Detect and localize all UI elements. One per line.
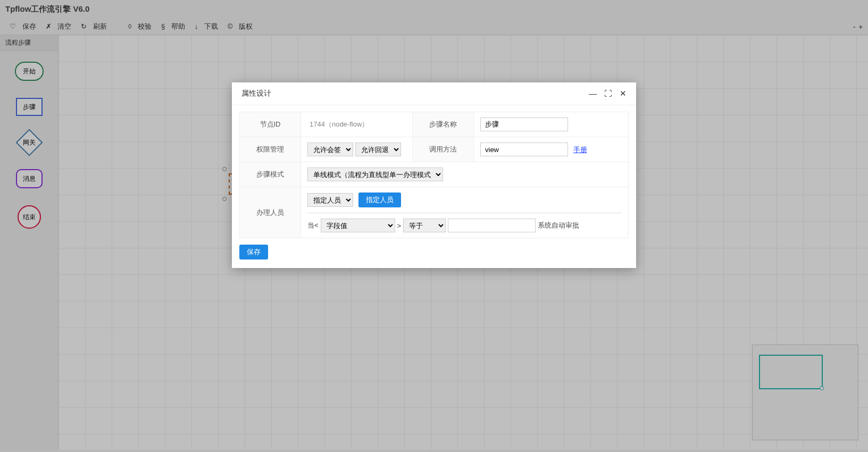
cond-suffix: 系统自动审批 — [538, 221, 579, 230]
step-name-label: 步骤名称 — [413, 112, 474, 137]
step-name-input[interactable] — [480, 118, 568, 131]
node-id-value: 1744（node-flow） — [307, 120, 369, 128]
close-icon[interactable]: ✕ — [620, 89, 627, 98]
dialog-titlebar: 属性设计 — ⛶ ✕ — [232, 82, 636, 105]
dialog-controls: — ⛶ ✕ — [589, 89, 627, 98]
node-id-label: 节点ID — [240, 112, 301, 137]
cond-value-input[interactable] — [448, 219, 536, 232]
cond-op-select[interactable]: 等于 — [403, 219, 446, 232]
dialog-title: 属性设计 — [241, 89, 271, 98]
permission-sign-select[interactable]: 允许会签 — [307, 143, 353, 156]
invoke-input[interactable] — [480, 143, 568, 156]
condition-row: 当< 字段值 > 等于 系统自动审批 — [307, 213, 622, 232]
cond-field-select[interactable]: 字段值 — [321, 219, 395, 232]
cond-prefix: 当< — [307, 221, 319, 230]
permission-label: 权限管理 — [240, 137, 301, 162]
minimize-icon[interactable]: — — [589, 89, 597, 98]
handler-type-select[interactable]: 指定人员 — [307, 193, 353, 207]
dialog-save-button[interactable]: 保存 — [239, 245, 268, 260]
mode-select[interactable]: 单线模式（流程为直线型单一办理模式） — [307, 168, 443, 181]
handler-row: 指定人员 指定人员 — [307, 192, 622, 207]
save-row: 保存 — [239, 238, 629, 262]
form-table: 节点ID 1744（node-flow） 步骤名称 权限管理 允许会签 允许回退… — [239, 112, 629, 238]
permission-return-select[interactable]: 允许回退 — [355, 143, 401, 156]
cond-mid: > — [397, 222, 402, 230]
handler-label: 办理人员 — [240, 187, 301, 238]
invoke-label: 调用方法 — [413, 137, 474, 162]
manual-link[interactable]: 手册 — [573, 146, 587, 154]
assign-handler-button[interactable]: 指定人员 — [358, 192, 401, 207]
mode-label: 步骤模式 — [240, 162, 301, 187]
maximize-icon[interactable]: ⛶ — [604, 89, 612, 98]
property-dialog: 属性设计 — ⛶ ✕ 节点ID 1744（node-flow） 步骤名称 权限管… — [232, 82, 636, 268]
dialog-body: 节点ID 1744（node-flow） 步骤名称 权限管理 允许会签 允许回退… — [232, 105, 636, 268]
modal-overlay: 属性设计 — ⛶ ✕ 节点ID 1744（node-flow） 步骤名称 权限管… — [0, 0, 868, 452]
